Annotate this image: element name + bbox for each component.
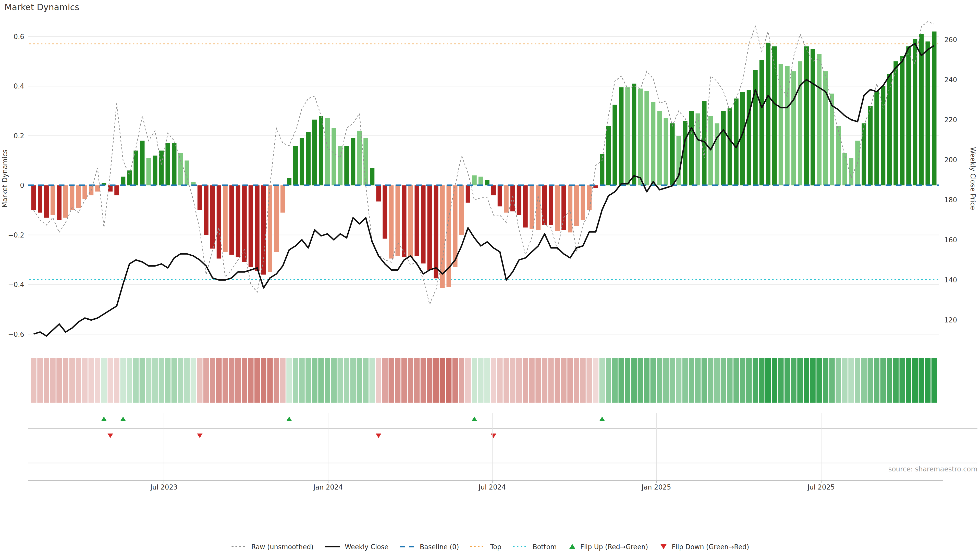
svg-text:Jan 2025: Jan 2025: [641, 483, 671, 491]
svg-text:−0.6: −0.6: [8, 330, 24, 338]
legend-item-label: Raw (unsmoothed): [251, 543, 313, 551]
flip-up-markers: [101, 416, 605, 421]
triangle-up-green-icon: [568, 543, 576, 551]
legend-item: Flip Up (Red→Green): [568, 543, 648, 551]
source-credit: source: sharemaestro.com: [888, 465, 977, 473]
legend-item-label: Bottom: [533, 543, 557, 551]
main-chart: 0.60.40.20−0.2−0.4−0.6260240220200180160…: [0, 0, 980, 551]
x-axis: Jul 2023Jan 2024Jul 2024Jan 2025Jul 2025: [150, 413, 835, 491]
legend-item: Raw (unsmoothed): [231, 543, 313, 551]
legend-item-label: Baseline (0): [420, 543, 459, 551]
svg-text:0.6: 0.6: [14, 33, 24, 41]
legend-item-label: Weekly Close: [345, 543, 388, 551]
line-dashed-blue-icon: [399, 543, 416, 551]
svg-text:160: 160: [944, 236, 957, 244]
svg-text:−0.2: −0.2: [8, 231, 24, 239]
close-line: [34, 44, 934, 336]
right-axis-ticks: 260240220200180160140120: [944, 36, 957, 324]
svg-text:Jul 2025: Jul 2025: [807, 483, 835, 491]
flip-down-markers: [108, 433, 496, 438]
legend-item: Weekly Close: [325, 543, 388, 551]
legend-item: Flip Down (Green→Red): [659, 543, 749, 551]
line-dotted-cyan-icon: [512, 543, 529, 551]
svg-text:−0.4: −0.4: [8, 281, 24, 289]
y-axis-right-title: Weekly Close Price: [969, 147, 977, 210]
legend-item: Top: [470, 543, 501, 551]
legend-item: Baseline (0): [399, 543, 459, 551]
legend-item-label: Flip Down (Green→Red): [672, 543, 749, 551]
legend-item-label: Top: [490, 543, 501, 551]
line-solid-black-icon: [325, 543, 341, 551]
svg-text:180: 180: [944, 196, 957, 204]
legend-item-label: Flip Up (Red→Green): [580, 543, 648, 551]
y-axis-left-title: Market Dynamics: [1, 149, 8, 208]
svg-text:Jul 2024: Jul 2024: [478, 483, 506, 491]
svg-text:120: 120: [944, 316, 957, 324]
svg-text:260: 260: [944, 36, 957, 44]
chart-legend: Raw (unsmoothed)Weekly CloseBaseline (0)…: [0, 543, 980, 551]
left-axis-ticks: 0.60.40.20−0.2−0.4−0.6: [8, 33, 24, 338]
svg-text:140: 140: [944, 276, 957, 284]
heatmap-strip: [31, 358, 937, 403]
svg-text:0.4: 0.4: [14, 83, 24, 90]
triangle-down-red-icon: [659, 543, 668, 551]
line-dotted-gray-icon: [231, 543, 248, 551]
svg-text:Jan 2024: Jan 2024: [313, 483, 343, 491]
svg-text:0: 0: [20, 182, 24, 189]
page: Market Dynamics 0.60.40.20−0.2−0.4−0.626…: [0, 0, 980, 551]
svg-text:Jul 2023: Jul 2023: [150, 483, 178, 491]
line-dotted-orange-icon: [470, 543, 487, 551]
dynamics-bars: [32, 32, 936, 289]
svg-text:0.2: 0.2: [14, 132, 24, 140]
legend-item: Bottom: [512, 543, 557, 551]
svg-text:220: 220: [944, 116, 957, 124]
svg-text:240: 240: [944, 76, 957, 84]
svg-text:200: 200: [944, 156, 957, 164]
